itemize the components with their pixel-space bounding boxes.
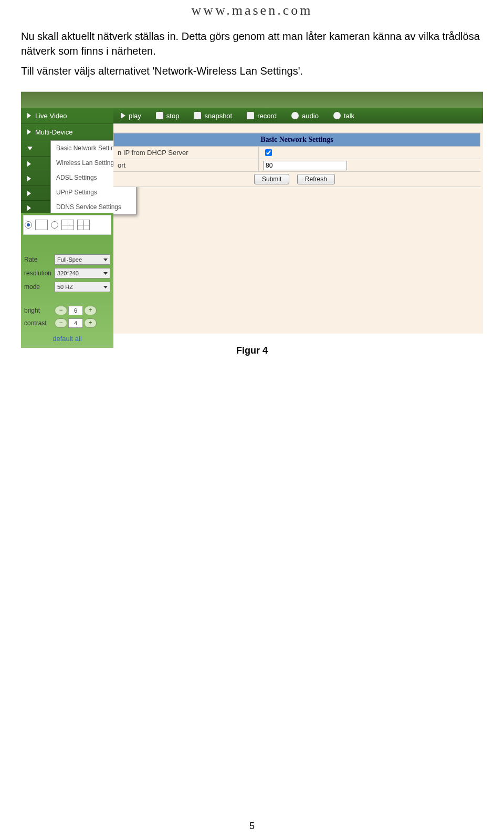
dhcp-checkbox[interactable] [265, 149, 272, 156]
nav-live-video[interactable]: Live Video [21, 108, 113, 123]
record-icon [247, 112, 254, 119]
audio-label: audio [302, 112, 319, 120]
submit-button[interactable]: Submit [254, 174, 289, 184]
talk-button[interactable]: talk [326, 112, 362, 120]
refresh-button[interactable]: Refresh [297, 174, 335, 184]
stop-icon [156, 112, 163, 119]
video-toolbar: play stop snapshot record audio talk [113, 108, 483, 123]
contrast-plus[interactable]: + [84, 318, 97, 328]
caret-down-icon [103, 259, 108, 261]
resolution-select[interactable]: 320*240 [55, 268, 110, 278]
paragraph-1: Nu skall aktuellt nätverk ställas in. De… [21, 29, 483, 58]
nav-multi-device[interactable]: Multi-Device [21, 123, 113, 140]
ui-screenshot: play stop snapshot record audio talk [21, 91, 483, 334]
bright-minus[interactable]: − [55, 306, 67, 315]
row-port: ort [113, 159, 480, 172]
rate-select[interactable]: Full-Spee [55, 254, 110, 265]
layout-radio-2[interactable] [51, 221, 58, 229]
layout-1-icon [35, 220, 48, 230]
resolution-value: 320*240 [57, 270, 79, 276]
rate-row: Rate Full-Spee [21, 253, 113, 266]
play-label: play [129, 112, 141, 120]
chevron-right-icon [27, 191, 31, 196]
layout-radio-1[interactable] [25, 221, 32, 229]
port-input[interactable] [263, 161, 347, 170]
layout-4-icon [61, 220, 74, 230]
mode-select[interactable]: 50 HZ [55, 282, 110, 292]
mode-label: mode [24, 283, 52, 291]
bright-label: bright [24, 307, 52, 314]
chevron-right-icon [27, 129, 31, 135]
snapshot-label: snapshot [204, 112, 232, 120]
rate-value: Full-Spee [57, 256, 82, 263]
snapshot-button[interactable]: snapshot [186, 112, 239, 120]
bright-value: 6 [68, 306, 83, 315]
port-label-fragment: ort [113, 159, 259, 171]
audio-button[interactable]: audio [284, 112, 326, 120]
contrast-label: contrast [24, 319, 52, 327]
submenu-ddns[interactable]: DDNS Service Settings [51, 200, 136, 214]
page-number: 5 [0, 821, 504, 832]
settings-panel: Basic Network Settings n IP from DHCP Se… [113, 123, 483, 187]
caret-down-icon [103, 272, 108, 275]
bright-plus[interactable]: + [84, 306, 97, 315]
contrast-row: contrast − 4 + [21, 317, 113, 329]
snapshot-icon [194, 112, 201, 119]
contrast-minus[interactable]: − [55, 318, 67, 328]
stop-label: stop [166, 112, 180, 120]
paragraph-2: Till vänster väljs alternativet 'Network… [21, 64, 483, 78]
submenu-upnp[interactable]: UPnP Settings [51, 185, 136, 200]
row-dhcp: n IP from DHCP Server [113, 147, 480, 159]
bright-row: bright − 6 + [21, 304, 113, 317]
nav-live-video-label: Live Video [35, 112, 67, 120]
video-controls-panel: Rate Full-Spee resolution 320*240 mode 5… [21, 213, 113, 348]
chevron-right-icon [27, 161, 31, 167]
talk-icon [333, 112, 341, 119]
caret-down-icon [103, 286, 108, 288]
resolution-label: resolution [24, 270, 52, 277]
rate-label: Rate [24, 256, 52, 263]
contrast-value: 4 [68, 318, 83, 328]
audio-icon [291, 112, 299, 119]
button-row: Submit Refresh [113, 172, 480, 187]
play-icon [121, 112, 125, 119]
stop-button[interactable]: stop [149, 112, 187, 120]
panel-title: Basic Network Settings [113, 133, 480, 147]
resolution-row: resolution 320*240 [21, 266, 113, 280]
mode-value: 50 HZ [57, 284, 73, 290]
chevron-right-icon [27, 113, 31, 118]
talk-label: talk [344, 112, 354, 120]
dhcp-label-fragment: n IP from DHCP Server [113, 147, 259, 159]
chevron-right-icon [27, 176, 31, 181]
nav-multi-device-label: Multi-Device [35, 128, 73, 136]
layout-selector [23, 215, 111, 235]
mode-row: mode 50 HZ [21, 280, 113, 294]
chevron-right-icon [27, 205, 31, 211]
record-label: record [257, 112, 277, 120]
record-button[interactable]: record [239, 112, 284, 120]
layout-9-icon [77, 220, 90, 230]
play-button[interactable]: play [113, 112, 149, 120]
chevron-down-icon [27, 147, 33, 150]
header-url: www.masen.com [21, 3, 483, 18]
default-all-link[interactable]: default all [21, 335, 113, 343]
top-banner-sliver [21, 92, 483, 108]
